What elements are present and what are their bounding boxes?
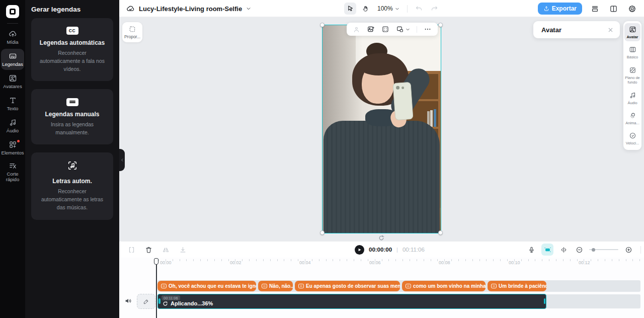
split-clip-icon[interactable] <box>126 244 137 255</box>
video-track-clip[interactable]: 00:11:06 Aplicando...36% <box>157 294 546 309</box>
divider <box>417 26 417 33</box>
sidebar-item-elements[interactable]: Elementos <box>1 137 24 158</box>
zoom-level-dropdown[interactable]: 100% <box>375 5 401 12</box>
draw-edit-button[interactable] <box>137 294 155 309</box>
sidebar-item-label: Mídia <box>7 40 18 45</box>
smart-tools-icon[interactable] <box>541 244 553 256</box>
canvas-tools: 100% <box>344 0 441 17</box>
delete-icon[interactable] <box>143 244 154 255</box>
chevron-down-icon <box>246 6 251 11</box>
redo-button[interactable] <box>429 3 441 15</box>
rail-tab-background[interactable]: Plano de fundo <box>624 64 640 87</box>
selection-handle-top-right[interactable] <box>438 23 443 27</box>
avatar-plus-icon <box>629 26 636 33</box>
rail-tab-avatar[interactable]: Avatar <box>624 23 640 41</box>
sidebar-item-label: Elementos <box>2 150 24 156</box>
rail-tab-basic[interactable]: Básico <box>624 43 640 61</box>
caption-clip[interactable]: Oh, você achou que eu estava te ignorand… <box>157 281 256 291</box>
zoom-out-icon[interactable] <box>574 244 585 255</box>
sidebar-item-media[interactable]: Mídia <box>1 27 24 48</box>
elements-icon <box>9 140 17 149</box>
track-expand-icon[interactable] <box>558 244 569 255</box>
sidebar-item-quick-cut[interactable]: Corte rápido <box>1 160 24 185</box>
caption-clip[interactable]: como um bom vinho na minha caixa de e <box>402 281 486 291</box>
clip-duration-badge: 00:11:06 <box>162 295 180 300</box>
avatar-tool-icon[interactable] <box>353 26 360 33</box>
caption-clip[interactable]: Não, não... <box>258 281 293 291</box>
more-options-icon[interactable] <box>424 25 432 33</box>
auto-captions-card[interactable]: CC Legendas automáticas Reconhecer autom… <box>31 18 113 81</box>
music-notes-icon <box>9 118 17 127</box>
zoom-in-icon[interactable] <box>623 244 634 255</box>
ruler-label: 00:12 <box>579 260 590 265</box>
select-cursor-button[interactable] <box>344 3 356 15</box>
top-right-actions: Exportar <box>538 0 638 17</box>
caption-clip-icon <box>406 284 411 288</box>
preview-canvas-area[interactable]: Propor... <box>119 17 644 242</box>
rotate-handle[interactable] <box>378 234 385 242</box>
caption-clip-icon <box>262 284 267 288</box>
rail-tab-speed[interactable]: Veloci... <box>624 129 640 147</box>
video-preview-frame[interactable] <box>323 25 441 233</box>
ruler-label: 00:06 <box>369 260 381 265</box>
selection-handle-bottom-right[interactable] <box>438 230 443 235</box>
divider <box>7 23 18 24</box>
cloud-upload-icon <box>9 30 17 38</box>
cloud-sync-icon <box>126 5 135 13</box>
timeline-zoom-slider[interactable] <box>589 249 618 250</box>
notification-dot <box>17 140 20 142</box>
sidebar-item-text[interactable]: Texto <box>1 93 24 114</box>
caption-clip[interactable]: Eu apenas gosto de observar suas mensage… <box>295 281 400 291</box>
rail-tab-label: Veloci... <box>626 141 639 145</box>
timeline-toolbar: 00:00:00 | 00:11:06 <box>119 242 644 258</box>
card-title: Letras autom. <box>37 178 107 185</box>
undo-button[interactable] <box>413 3 425 15</box>
caption-clip-text: Eu apenas gosto de observar suas mensage… <box>306 283 400 289</box>
export-button[interactable]: Exportar <box>538 3 582 15</box>
selection-handle-top-left[interactable] <box>320 23 325 27</box>
upload-icon <box>543 6 549 12</box>
render-queue-icon[interactable] <box>589 3 601 15</box>
manual-captions-icon <box>66 98 78 106</box>
download-icon[interactable] <box>177 244 188 255</box>
replace-media-icon[interactable] <box>367 25 375 33</box>
rail-tab-audio[interactable]: Áudio <box>624 89 640 107</box>
microphone-icon[interactable] <box>526 244 537 255</box>
selection-handle-bottom-left[interactable] <box>320 230 325 235</box>
caption-clip-text: Não, não... <box>269 283 293 289</box>
sidebar-item-label: Avatares <box>3 84 22 90</box>
sidebar-item-label: Texto <box>7 106 19 112</box>
zoom-level-value: 100% <box>377 5 393 12</box>
background-grid-icon[interactable] <box>381 25 389 33</box>
sidebar-item-audio[interactable]: Áudio <box>1 115 24 136</box>
ruler-label: 00:02 <box>230 260 242 265</box>
caption-clip[interactable]: Um brinde à paciência! <box>488 281 546 291</box>
ruler-label: 00:00 <box>160 260 172 265</box>
rail-tab-label: Anima... <box>625 121 639 125</box>
project-name: Lucy-Lifestyle-Living room-Selfie <box>139 5 242 13</box>
hand-tool-button[interactable] <box>360 3 372 15</box>
manual-captions-card[interactable]: Legendas manuals Insira as legendas manu… <box>31 89 113 144</box>
rail-tab-animation[interactable]: Anima... <box>624 109 640 127</box>
close-icon[interactable] <box>607 27 614 33</box>
sidebar-item-avatars[interactable]: Avatares <box>1 71 24 92</box>
aspect-ratio-button[interactable]: Propor... <box>122 22 142 42</box>
slider-handle[interactable] <box>592 248 595 252</box>
settings-gear-icon[interactable] <box>626 3 638 15</box>
mute-track-icon[interactable] <box>124 297 132 305</box>
panel-collapse-handle[interactable] <box>119 149 125 171</box>
text-icon <box>9 96 17 105</box>
sidebar-item-captions[interactable]: Legendas <box>1 49 24 70</box>
play-button[interactable] <box>355 245 364 255</box>
chevron-down-icon <box>395 7 399 11</box>
auto-lyrics-card[interactable]: Letras autom. Reconhecer automaticamente… <box>31 152 113 219</box>
mirror-icon[interactable] <box>160 244 171 255</box>
timeline-ruler[interactable]: 00:00 00:02 00:04 00:06 00:08 00:10 00:1… <box>119 258 644 268</box>
app-logo[interactable] <box>6 5 19 18</box>
layout-split-icon[interactable] <box>607 3 619 15</box>
pip-layer-dropdown[interactable] <box>396 25 410 33</box>
quick-cut-icon <box>9 162 17 170</box>
project-menu[interactable]: Lucy-Lifestyle-Living room-Selfie <box>126 0 251 17</box>
photo-sweater <box>324 121 439 233</box>
card-description: Reconhecer automaticamente a fala nos ví… <box>37 49 107 73</box>
